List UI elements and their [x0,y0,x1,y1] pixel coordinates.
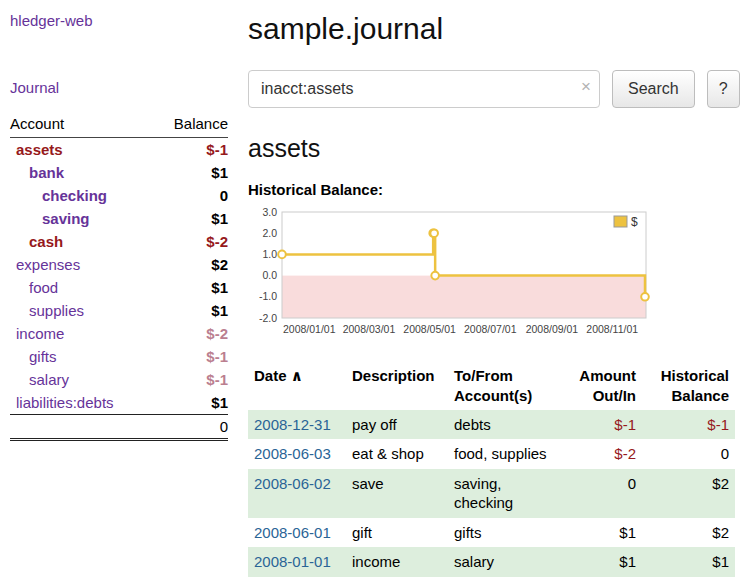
account-balance: $1 [153,299,228,322]
account-link[interactable]: gifts [29,348,57,365]
register-amount: $1 [562,547,642,577]
account-row: checking0 [10,184,228,207]
journal-link[interactable]: Journal [10,79,228,96]
accounts-total-spacer [10,415,153,440]
legend-label: $ [631,215,638,229]
register-date-cell: 2008-01-01 [248,547,346,577]
register-balance: $2 [642,518,735,548]
accounts-header-balance: Balance [153,112,228,138]
transaction-date-link[interactable]: 2008-01-01 [254,553,331,570]
x-tick-label: 2008/03/01 [343,323,396,335]
register-description: income [346,547,448,577]
transaction-date-link[interactable]: 2008-12-31 [254,416,331,433]
account-balance: $-2 [153,230,228,253]
search-button[interactable]: Search [612,70,695,108]
legend-swatch [614,216,627,227]
data-point-marker [430,229,438,237]
x-tick-label: 2008/05/01 [403,323,456,335]
account-link[interactable]: supplies [29,302,84,319]
register-description: eat & shop [346,439,448,469]
account-row: gifts$-1 [10,345,228,368]
account-link[interactable]: food [29,279,58,296]
register-table: Date ∧DescriptionTo/FromAccount(s)Amount… [248,363,735,577]
account-name-cell: bank [10,161,153,184]
register-header-date[interactable]: Date ∧ [248,363,346,410]
data-point-marker [278,251,286,259]
account-link[interactable]: cash [29,233,63,250]
account-row: income$-2 [10,322,228,345]
account-link[interactable]: salary [29,371,69,388]
register-accounts: gifts [448,518,562,548]
data-point-marker [641,293,649,301]
account-link[interactable]: saving [42,210,90,227]
register-row: 2008-12-31pay offdebts$-1$-1 [248,410,735,440]
account-link[interactable]: income [16,325,64,342]
transaction-date-link[interactable]: 2008-06-01 [254,524,331,541]
account-row: supplies$1 [10,299,228,322]
register-header-accounts: To/FromAccount(s) [448,363,562,410]
account-name-cell: checking [10,184,153,207]
account-balance: $2 [153,253,228,276]
account-link[interactable]: liabilities:debts [16,394,114,411]
account-name-cell: expenses [10,253,153,276]
search-bar: × Search ? [248,70,742,108]
register-accounts: saving, checking [448,469,562,518]
account-balance: $1 [153,207,228,230]
register-row: 2008-01-01incomesalary$1$1 [248,547,735,577]
register-date-cell: 2008-06-01 [248,518,346,548]
account-name-cell: assets [10,138,153,162]
register-description: save [346,469,448,518]
chart-title: Historical Balance: [248,181,742,198]
clear-search-icon[interactable]: × [581,78,591,95]
main-content: sample.journal × Search ? assets Histori… [248,0,742,577]
help-button[interactable]: ? [707,70,740,108]
y-tick-label: 0.0 [262,269,277,281]
historical-balance-chart: 3.02.01.00.0-1.0-2.02008/01/012008/03/01… [248,202,742,351]
sidebar: hledger-web Journal Account Balance asse… [0,0,238,441]
account-balance: $-1 [153,345,228,368]
negative-region [282,276,646,318]
register-date-cell: 2008-12-31 [248,410,346,440]
register-description: pay off [346,410,448,440]
register-amount: $-1 [562,410,642,440]
register-date-cell: 2008-06-03 [248,439,346,469]
transaction-date-link[interactable]: 2008-06-03 [254,445,331,462]
register-balance: $-1 [642,410,735,440]
account-link[interactable]: assets [16,141,63,158]
chart-svg: 3.02.01.00.0-1.0-2.02008/01/012008/03/01… [248,202,660,348]
account-row: salary$-1 [10,368,228,391]
account-link[interactable]: expenses [16,256,80,273]
register-row: 2008-06-03eat & shopfood, supplies$-20 [248,439,735,469]
y-tick-label: 2.0 [262,227,277,239]
account-name-cell: saving [10,207,153,230]
register-row: 2008-06-02savesaving, checking0$2 [248,469,735,518]
transaction-date-link[interactable]: 2008-06-02 [254,475,331,492]
register-description: gift [346,518,448,548]
account-link[interactable]: checking [42,187,107,204]
data-point-marker [431,272,439,280]
y-tick-label: -1.0 [259,290,277,302]
account-name-cell: supplies [10,299,153,322]
x-tick-label: 2008/07/01 [464,323,517,335]
account-row: assets$-1 [10,138,228,162]
accounts-header-row: Account Balance [10,112,228,138]
account-row: saving$1 [10,207,228,230]
account-link[interactable]: bank [29,164,64,181]
y-tick-label: 1.0 [262,248,277,260]
account-balance: 0 [153,184,228,207]
account-row: liabilities:debts$1 [10,391,228,415]
register-header-description: Description [346,363,448,410]
register-header-balance: HistoricalBalance [642,363,735,410]
register-date-cell: 2008-06-02 [248,469,346,518]
app-title-link[interactable]: hledger-web [10,12,228,29]
register-header-row: Date ∧DescriptionTo/FromAccount(s)Amount… [248,363,735,410]
register-accounts: salary [448,547,562,577]
search-input[interactable] [248,70,600,108]
account-balance: $-1 [153,368,228,391]
account-row: food$1 [10,276,228,299]
account-name-cell: salary [10,368,153,391]
accounts-header-account: Account [10,112,153,138]
register-amount: $1 [562,518,642,548]
register-amount: 0 [562,469,642,518]
account-heading: assets [248,134,742,163]
